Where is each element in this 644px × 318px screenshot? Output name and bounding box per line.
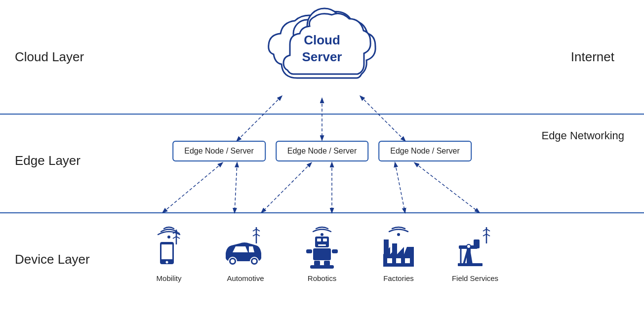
svg-rect-41 [387,258,392,263]
mobility-icon [149,225,189,271]
mobility-label: Mobility [157,274,182,282]
device-item-robotics: Robotics [295,225,349,282]
field-services-label: Field Services [452,274,498,282]
svg-point-22 [321,233,323,236]
automotive-icon [221,225,270,271]
field-services-icon [453,225,497,271]
svg-rect-54 [474,239,480,248]
divider-edge-device [0,212,644,213]
svg-rect-29 [332,249,338,253]
svg-marker-40 [404,247,414,254]
factories-label: Factories [383,274,414,282]
edge-layer-label: Edge Layer [15,153,80,168]
device-item-mobility: Mobility [142,225,196,282]
svg-rect-31 [324,261,330,266]
svg-rect-11 [161,244,172,259]
svg-line-62 [163,163,222,212]
diagram: Cloud Layer Edge Layer Device Layer Inte… [0,0,644,318]
device-item-automotive: Automotive [218,225,273,282]
edge-nodes-row: Edge Node / Server Edge Node / Server Ed… [172,141,472,161]
svg-point-33 [397,233,400,236]
cloud-layer-label: Cloud Layer [15,49,84,65]
svg-line-61 [361,96,405,141]
edge-node-1: Edge Node / Server [172,141,266,161]
svg-rect-24 [317,238,321,241]
internet-label: Internet [571,49,614,65]
device-row: Mobility [142,225,502,282]
svg-line-64 [262,163,311,212]
device-layer-label: Device Layer [15,252,90,267]
cloud-server-text: Cloud Server [302,32,342,66]
robotics-label: Robotics [308,274,336,282]
device-item-factories: Factories [371,225,426,282]
robotics-icon [302,225,342,271]
svg-rect-28 [306,249,312,253]
svg-line-63 [235,163,237,212]
svg-point-19 [231,259,235,263]
svg-line-59 [237,96,282,141]
edge-networking-label: Edge Networking [541,129,624,142]
svg-point-21 [252,259,256,263]
svg-point-55 [467,244,471,248]
device-item-field-services: Field Services [448,225,502,282]
svg-point-4 [167,236,170,238]
cloud-server: Cloud Server [263,5,381,101]
edge-node-2: Edge Node / Server [276,141,369,161]
automotive-label: Automotive [227,274,264,282]
svg-marker-39 [397,247,404,254]
svg-rect-30 [314,261,320,266]
svg-rect-27 [313,248,331,260]
svg-rect-43 [405,258,410,263]
svg-rect-25 [323,238,327,241]
factory-icon [376,225,421,271]
svg-rect-26 [318,244,326,246]
svg-rect-42 [396,258,401,263]
svg-rect-32 [310,265,334,269]
divider-cloud-edge [0,114,644,115]
svg-line-66 [395,163,405,212]
svg-line-67 [415,163,479,212]
svg-point-12 [166,261,168,264]
edge-node-3: Edge Node / Server [378,141,472,161]
